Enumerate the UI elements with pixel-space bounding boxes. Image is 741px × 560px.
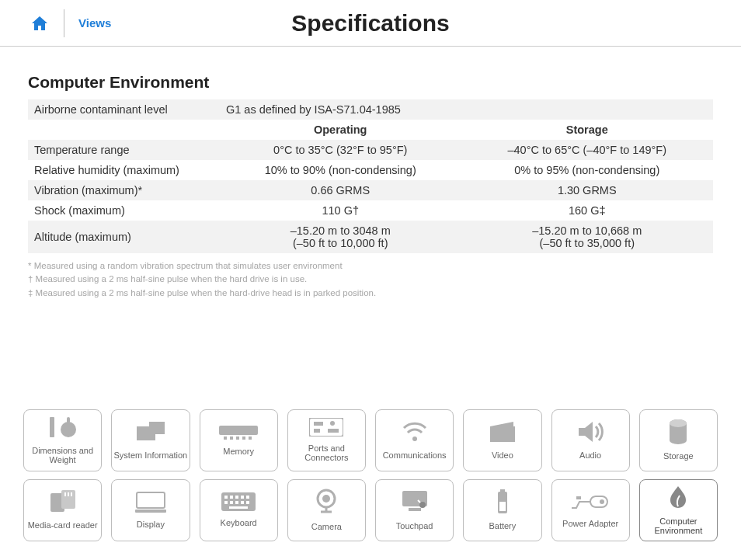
row-label: Airborne contaminant level (28, 99, 220, 120)
nav-tile-memory[interactable]: Memory (200, 409, 278, 471)
row-value: G1 as defined by ISA-S71.04-1985 (220, 99, 713, 120)
row-storage: 1.30 GRMS (461, 180, 714, 200)
spec-table: Airborne contaminant level G1 as defined… (28, 99, 713, 253)
tile-label: Audio (579, 450, 601, 461)
keyboard-icon (221, 492, 256, 518)
nav-tile-ports[interactable]: Ports and Connectors (287, 409, 366, 471)
tile-label: System Information (113, 450, 187, 461)
nav-tile-storage[interactable]: Storage (639, 409, 718, 471)
svg-point-1 (61, 422, 76, 437)
views-link[interactable]: Views (78, 16, 111, 30)
svg-rect-10 (249, 437, 252, 440)
bottom-nav: Dimensions and WeightSystem InformationM… (0, 409, 741, 549)
mediacard-icon (49, 490, 77, 520)
battery-icon (496, 489, 509, 521)
nav-tile-battery[interactable]: Battery (463, 479, 541, 541)
sysinfo-icon (135, 420, 166, 450)
memory-icon (219, 424, 258, 447)
top-bar: Views Specifications (0, 0, 741, 47)
nav-tile-sysinfo[interactable]: System Information (111, 409, 190, 471)
svg-rect-49 (590, 496, 607, 507)
power-icon (572, 492, 609, 519)
svg-rect-40 (229, 506, 248, 509)
svg-rect-24 (64, 492, 66, 496)
tile-label: Ports and Connectors (290, 443, 364, 463)
nav-tile-audio[interactable]: Audio (551, 409, 630, 471)
row-label: Shock (maximum) (28, 200, 220, 221)
svg-rect-44 (409, 508, 421, 511)
table-row: Relative humidity (maximum)10% to 90% (n… (28, 160, 713, 180)
svg-marker-18 (490, 422, 513, 426)
display-icon (135, 491, 166, 520)
row-storage: –40°C to 65°C (–40°F to 149°F) (461, 140, 714, 160)
svg-rect-5 (219, 426, 258, 435)
svg-rect-15 (328, 429, 339, 433)
tile-label: Computer Environment (642, 517, 715, 536)
tile-label: Dimensions and Weight (26, 446, 99, 465)
table-row: Temperature range0°C to 35°C (32°F to 95… (28, 140, 713, 160)
row-storage: –15.20 m to 10,668 m(–50 ft to 35,000 ft… (461, 221, 714, 253)
nav-tile-video[interactable]: Video (463, 409, 541, 471)
row-operating: 0°C to 35°C (32°F to 95°F) (220, 140, 461, 160)
svg-rect-17 (490, 426, 515, 442)
row-operating: –15.20 m to 3048 m(–50 ft to 10,000 ft) (220, 221, 461, 253)
home-icon[interactable] (30, 14, 50, 33)
footnote: † Measured using a 2 ms half-sine pulse … (28, 273, 713, 286)
camera-icon (315, 489, 338, 522)
svg-rect-30 (224, 496, 228, 499)
svg-rect-34 (246, 496, 249, 499)
row-operating: 0.66 GRMS (220, 180, 461, 200)
row-label: Temperature range (28, 140, 220, 160)
table-row: Vibration (maximum)*0.66 GRMS1.30 GRMS (28, 180, 713, 200)
row-label: Relative humidity (maximum) (28, 160, 220, 180)
page-title: Specifications (291, 10, 449, 37)
col-operating: Operating (220, 120, 461, 140)
svg-rect-9 (242, 437, 245, 440)
nav-tile-keyboard[interactable]: Keyboard (200, 479, 278, 541)
tile-label: Storage (663, 451, 694, 461)
tile-label: Keyboard (221, 518, 257, 528)
tile-label: Communications (383, 450, 447, 461)
svg-rect-38 (241, 501, 244, 504)
svg-point-21 (670, 419, 687, 427)
storage-icon (668, 419, 688, 451)
nav-tile-touchpad[interactable]: Touchpad (375, 479, 454, 541)
col-storage: Storage (461, 120, 714, 140)
svg-rect-31 (230, 496, 233, 499)
svg-point-13 (330, 421, 335, 426)
svg-rect-26 (71, 492, 72, 496)
svg-point-16 (412, 437, 417, 441)
tile-label: Display (137, 520, 165, 530)
footnotes: * Measured using a random vibration spec… (28, 259, 713, 300)
nav-tile-power[interactable]: Power Adapter (551, 479, 630, 541)
video-icon (489, 420, 517, 450)
svg-rect-12 (314, 422, 323, 426)
nav-tile-dimensions[interactable]: Dimensions and Weight (23, 409, 102, 471)
nav-tile-env[interactable]: Computer Environment (639, 479, 718, 541)
svg-rect-48 (499, 502, 506, 511)
svg-point-42 (322, 495, 330, 503)
svg-marker-19 (579, 422, 593, 442)
tile-label: Touchpad (396, 521, 433, 531)
tile-label: Power Adapter (562, 519, 618, 529)
svg-rect-2 (67, 417, 70, 423)
section-title: Computer Environment (28, 73, 713, 92)
row-operating: 110 G† (220, 200, 461, 221)
row-label: Vibration (maximum)* (28, 180, 220, 200)
nav-tile-camera[interactable]: Camera (287, 479, 366, 541)
nav-tile-mediacard[interactable]: Media-card reader (23, 479, 102, 541)
svg-point-45 (419, 502, 426, 508)
row-storage: 160 G‡ (461, 200, 714, 221)
svg-rect-46 (500, 489, 505, 492)
dimensions-icon (48, 416, 78, 446)
svg-rect-35 (224, 501, 228, 504)
svg-rect-11 (309, 418, 343, 437)
svg-rect-27 (137, 492, 165, 508)
comm-icon (401, 420, 429, 450)
nav-tile-display[interactable]: Display (111, 479, 190, 541)
nav-tile-comm[interactable]: Communications (375, 409, 454, 471)
svg-rect-33 (241, 496, 244, 499)
svg-rect-7 (230, 437, 233, 440)
svg-rect-28 (135, 510, 166, 513)
svg-rect-8 (236, 437, 239, 440)
